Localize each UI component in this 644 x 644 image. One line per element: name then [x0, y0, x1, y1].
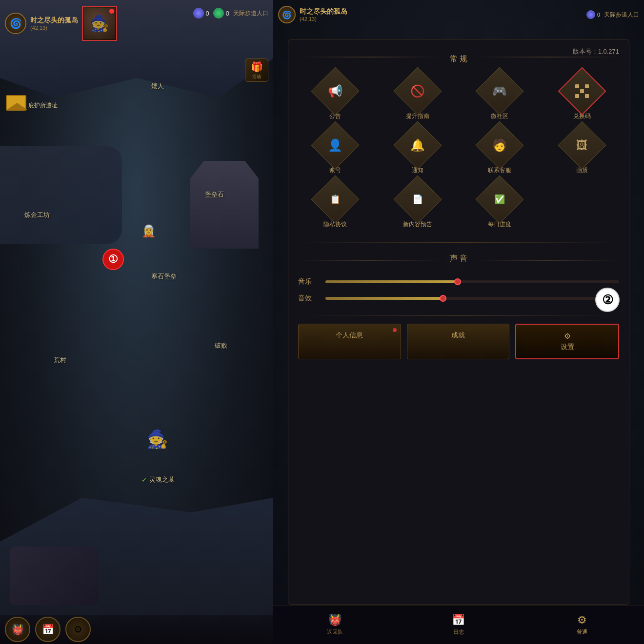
music-slider-fill: [325, 280, 458, 283]
personal-red-dot: [393, 328, 397, 332]
redeem-icon: [558, 67, 606, 116]
sfx-slider-thumb[interactable]: [440, 295, 446, 302]
grid-item-support[interactable]: 🧑 联系客服: [463, 128, 537, 175]
ruins-bottom: [10, 546, 98, 605]
achievement-button[interactable]: 成就: [407, 324, 510, 359]
fortress-stone-label: 堡垒石: [205, 190, 224, 199]
guide-inner: 🚫: [410, 84, 425, 98]
grid-item-redeem[interactable]: 兑换码: [545, 74, 620, 120]
character-figure: 🧝: [141, 224, 156, 238]
tab-settings[interactable]: ⚙ 普通: [521, 605, 644, 644]
daily-icon: ✅: [476, 176, 524, 224]
top-bar-left: 🌀 时之尽头的孤岛 (42,13) 🧙: [5, 6, 117, 41]
music-slider-thumb[interactable]: [454, 278, 461, 285]
sfx-slider-fill: [325, 297, 443, 300]
daily-tab-icon: 📅: [452, 614, 465, 626]
daily-tab-label: 日志: [453, 628, 464, 636]
dwarf-label: 矮人: [151, 82, 164, 91]
right-location-info: 时之尽头的孤岛 (42,13): [300, 7, 347, 22]
grid-item-notify[interactable]: 🔔 通知: [381, 128, 455, 175]
settings-inner: 版本号：1.0.271 常 规 📢 公告: [288, 39, 629, 605]
soul-tomb-label: ✓ 灵魂之墓: [141, 475, 175, 484]
redeem-inner: [575, 84, 589, 98]
activity-button[interactable]: 🎁 活动: [245, 59, 268, 82]
bottom-icon-3[interactable]: ⚙: [65, 617, 91, 642]
notify-inner: 🔔: [410, 138, 425, 152]
tab-return-team[interactable]: 👹 返回队: [273, 605, 397, 644]
music-slider-track[interactable]: [325, 280, 619, 283]
location-info: 时之尽头的孤岛 (42,13): [30, 16, 78, 31]
location-name: 时之尽头的孤岛: [30, 16, 78, 25]
qr-icon: [575, 84, 589, 98]
sfx-slider-track[interactable]: [325, 297, 619, 300]
settings-label: 设置: [561, 343, 574, 351]
terrain-mid-left: [0, 146, 122, 244]
return-team-icon: 👹: [328, 614, 342, 626]
section-sound-title: 声 音: [442, 254, 475, 264]
left-panel: 🌀 时之尽头的孤岛 (42,13) 🧙 0 0 天际步道人口 🎁 活动: [0, 0, 273, 644]
grid-item-announcement[interactable]: 📢 公告: [298, 74, 373, 120]
settings-icon: ⚙: [516, 332, 618, 341]
tab-daily[interactable]: 📅 日志: [397, 605, 520, 644]
currency-val-2: 0: [226, 10, 229, 17]
section-sound-header: 声 音: [288, 247, 629, 269]
currency-icon-2: [213, 8, 224, 19]
step-2-badge: ②: [595, 288, 620, 312]
achievement-label: 成就: [451, 331, 465, 339]
grid-item-guide[interactable]: 🚫 提升指南: [381, 74, 455, 120]
section-general-title: 常 规: [442, 54, 475, 64]
wasteland-label: 荒村: [54, 356, 66, 365]
location-coords: (42,13): [30, 25, 78, 31]
community-icon: 🎮: [476, 67, 524, 116]
grid-item-preview[interactable]: 📄 新内容预告: [381, 182, 455, 229]
music-label: 音乐: [298, 277, 318, 286]
right-top-label: 天际步道人口: [604, 11, 639, 19]
right-panel: 🌀 时之尽头的孤岛 (42,13) 0 天际步道人口 版本号：1.0.271: [273, 0, 644, 644]
account-inner: 👤: [328, 138, 342, 152]
currency-icon-1: [193, 8, 204, 19]
grid-item-privacy[interactable]: 📋 隐私协议: [298, 182, 373, 229]
currency-val-1: 0: [206, 10, 209, 17]
quality-icon: 🖼: [558, 121, 606, 170]
right-location-coords: (42,13): [300, 16, 347, 22]
right-currency-1: 0: [586, 10, 600, 19]
icon-grid: 📢 公告 🚫 提升指南 🎮: [288, 69, 629, 238]
announcement-icon: 📢: [311, 67, 360, 116]
right-logo-icon[interactable]: 🌀: [278, 6, 296, 23]
sfx-slider-row: 音效: [298, 290, 619, 307]
return-team-label: 返回队: [327, 628, 343, 636]
account-icon: 👤: [311, 121, 360, 170]
cold-fortress-label: 寒石堡垒: [151, 272, 177, 281]
divider-2: [298, 315, 619, 316]
logo-icon[interactable]: 🌀: [5, 13, 26, 34]
personal-info-button[interactable]: 个人信息: [298, 324, 401, 359]
guide-icon: 🚫: [393, 67, 442, 116]
grid-item-community[interactable]: 🎮 微社区: [463, 74, 537, 120]
terrain-castle: [190, 161, 259, 249]
shelter-label: 庇护所遗址: [28, 101, 58, 110]
grid-item-daily[interactable]: ✅ 每日进度: [463, 182, 537, 229]
settings-tab-label: 普通: [577, 628, 587, 636]
currency-item-1: 0: [193, 8, 209, 19]
support-icon: 🧑: [476, 121, 524, 170]
top-label-left: 天际步道人口: [233, 9, 268, 18]
support-inner: 🧑: [492, 138, 507, 152]
grid-item-account[interactable]: 👤 账号: [298, 128, 373, 175]
currency-item-2: 0: [213, 8, 229, 19]
preview-icon: 📄: [393, 176, 442, 224]
avatar-red-dot: [109, 9, 114, 14]
divider-1: [298, 242, 619, 243]
bottom-tabs-right: 👹 返回队 📅 日志 ⚙ 普通: [273, 605, 644, 644]
soul-figure: 🧙: [146, 429, 168, 449]
bottom-icon-2[interactable]: 📅: [35, 617, 60, 642]
top-right-icons: 🎁 活动: [245, 59, 268, 82]
bottom-icon-1[interactable]: 👹: [5, 617, 30, 642]
grid-item-quality[interactable]: 🖼 画质: [545, 128, 620, 175]
avatar-box[interactable]: 🧙: [82, 6, 117, 41]
sound-section: 音乐 音效: [288, 269, 629, 312]
step-1-badge: ①: [102, 249, 124, 270]
daily-inner: ✅: [494, 194, 505, 205]
right-location-name: 时之尽头的孤岛: [300, 7, 347, 16]
privacy-icon: 📋: [311, 176, 360, 224]
settings-button[interactable]: ⚙ 设置: [515, 324, 619, 359]
